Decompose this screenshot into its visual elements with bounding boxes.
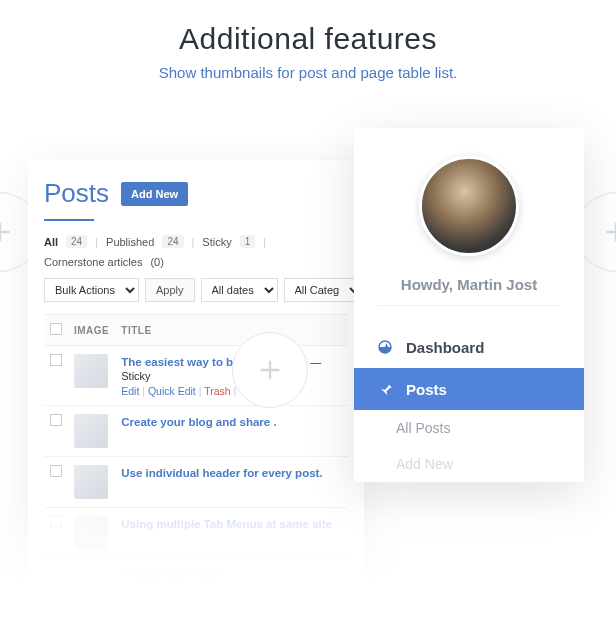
filter-sticky-count: 1: [240, 235, 256, 248]
table-row[interactable]: Use individual header for every post.: [44, 457, 348, 508]
edit-link[interactable]: Edit: [121, 385, 139, 397]
menu-label: Dashboard: [406, 339, 484, 356]
trash-link[interactable]: Trash: [204, 385, 230, 397]
plus-icon: [232, 332, 308, 408]
post-thumbnail: [74, 414, 108, 448]
categories-select[interactable]: All Categ: [284, 278, 363, 302]
menu-dashboard[interactable]: Dashboard: [354, 326, 584, 368]
submenu-all-posts[interactable]: All Posts: [354, 410, 584, 446]
filter-all[interactable]: All: [44, 236, 58, 248]
bulk-actions-select[interactable]: Bulk Actions: [44, 278, 139, 302]
select-all-checkbox[interactable]: [50, 323, 62, 335]
add-new-button[interactable]: Add New: [121, 182, 188, 206]
filter-cornerstone[interactable]: Cornerstone articles: [44, 256, 142, 268]
posts-heading: Posts: [44, 178, 109, 209]
filter-row: All 24 | Published 24 | Sticky 1 | Corne…: [44, 235, 348, 268]
table-row[interactable]: Using multiple Tab Menus at same site: [44, 508, 348, 559]
post-thumbnail: [74, 465, 108, 499]
posts-panel: Posts Add New All 24 | Published 24 | St…: [28, 160, 364, 592]
pin-icon: [376, 380, 394, 398]
submenu-add-new[interactable]: Add New: [354, 446, 584, 482]
menu-label: Posts: [406, 381, 447, 398]
col-title: TITLE: [115, 315, 348, 346]
post-title-link[interactable]: Use individual header for every post.: [121, 467, 322, 479]
row-checkbox[interactable]: [50, 414, 62, 426]
row-checkbox[interactable]: [50, 516, 62, 528]
dates-select[interactable]: All dates: [201, 278, 278, 302]
avatar: [419, 156, 519, 256]
row-checkbox[interactable]: [50, 354, 62, 366]
table-row[interactable]: Create your blog and share .: [44, 406, 348, 457]
menu-posts[interactable]: Posts: [354, 368, 584, 410]
filter-cornerstone-count: (0): [150, 256, 163, 268]
page-title: Additional features: [0, 22, 616, 56]
col-image: IMAGE: [68, 315, 115, 346]
post-title-link[interactable]: Create your blog and share .: [121, 416, 276, 428]
post-thumbnail: [74, 516, 108, 550]
apply-button[interactable]: Apply: [145, 278, 195, 302]
filter-published-count: 24: [162, 235, 183, 248]
post-title-link[interactable]: Using multiple Tab Menus at same site: [121, 518, 332, 530]
tab-indicator: [44, 219, 94, 221]
post-thumbnail: [74, 354, 108, 388]
divider: [378, 305, 560, 306]
filter-sticky[interactable]: Sticky: [202, 236, 231, 248]
table-row[interactable]: Postformat: Quote: [44, 559, 348, 592]
filter-all-count: 24: [66, 235, 87, 248]
post-title-link[interactable]: Postformat: Quote: [121, 569, 222, 581]
row-checkbox[interactable]: [50, 465, 62, 477]
filter-published[interactable]: Published: [106, 236, 154, 248]
sidebar-menu-panel: Howdy, Martin Jost Dashboard Posts All P…: [354, 128, 584, 482]
greeting: Howdy, Martin Jost: [354, 276, 584, 293]
quick-edit-link[interactable]: Quick Edit: [148, 385, 196, 397]
page-subtitle: Show thumbnails for post and page table …: [0, 64, 616, 81]
dashboard-icon: [376, 338, 394, 356]
